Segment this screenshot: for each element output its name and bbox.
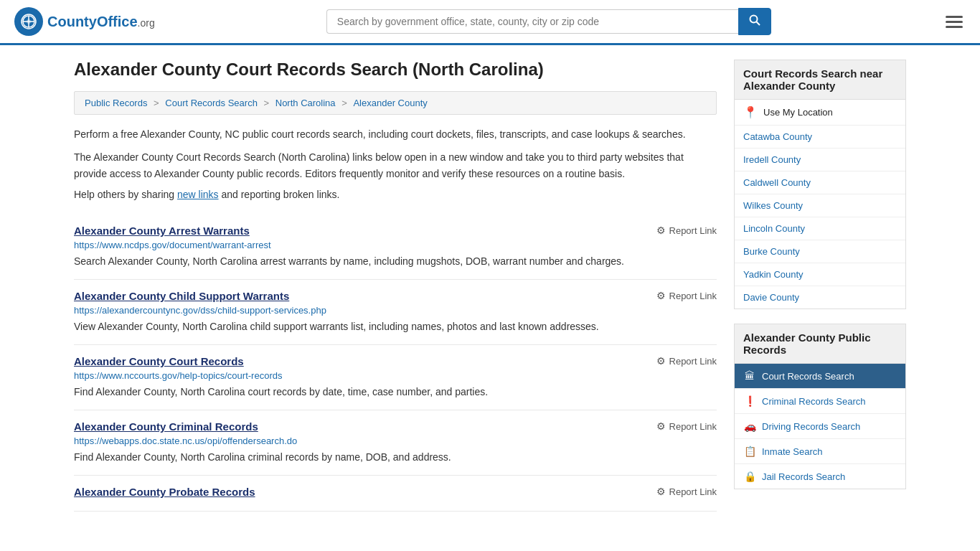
public-record-link[interactable]: 🔒 Jail Records Search [735, 464, 905, 489]
report-label: Report Link [669, 356, 717, 367]
public-records-heading: Alexander County Public Records [734, 324, 906, 364]
intro-paragraph-1: Perform a free Alexander County, NC publ… [74, 126, 717, 142]
public-record-item[interactable]: 📋 Inmate Search [735, 439, 905, 464]
report-link[interactable]: ⚙ Report Link [656, 420, 717, 432]
result-description: View Alexander County, North Carolina ch… [74, 319, 717, 334]
report-icon: ⚙ [656, 355, 666, 367]
share-text: Help others by sharing new links and rep… [74, 189, 717, 200]
nearby-county-link[interactable]: Caldwell County [735, 171, 905, 194]
menu-button[interactable] [943, 13, 966, 31]
report-label: Report Link [669, 291, 717, 301]
result-title[interactable]: Alexander County Child Support Warrants [74, 290, 289, 302]
logo-text: CountyOffice.org [47, 14, 155, 30]
record-icon: 🏛 [743, 370, 756, 382]
breadcrumb-north-carolina[interactable]: North Carolina [275, 98, 336, 108]
report-label: Report Link [669, 225, 717, 236]
nearby-county-item[interactable]: Burke County [735, 240, 905, 263]
nearby-county-link[interactable]: Catawba County [735, 126, 905, 148]
public-record-link[interactable]: 🚗 Driving Records Search [735, 414, 905, 438]
main-container: Alexander County Court Records Search (N… [60, 45, 920, 526]
svg-point-2 [750, 16, 757, 23]
result-item: Alexander County Child Support Warrants … [74, 280, 717, 345]
result-title[interactable]: Alexander County Probate Records [74, 486, 255, 498]
nearby-county-link[interactable]: Lincoln County [735, 217, 905, 240]
result-description: Find Alexander County, North Carolina co… [74, 385, 717, 400]
nearby-heading: Court Records Search near Alexander Coun… [734, 60, 906, 100]
result-title[interactable]: Alexander County Court Records [74, 355, 244, 367]
public-record-item[interactable]: 🔒 Jail Records Search [735, 464, 905, 489]
result-item: Alexander County Probate Records ⚙ Repor… [74, 476, 717, 512]
result-description: Find Alexander County, North Carolina cr… [74, 450, 717, 465]
page-title: Alexander County Court Records Search (N… [74, 60, 717, 80]
public-records-section: Alexander County Public Records 🏛 Court … [734, 324, 906, 489]
report-link[interactable]: ⚙ Report Link [656, 486, 717, 497]
nearby-county-item[interactable]: Catawba County [735, 126, 905, 149]
public-record-link[interactable]: ❗ Criminal Records Search [735, 389, 905, 413]
use-location-item[interactable]: 📍 Use My Location [735, 100, 905, 126]
use-location-label: Use My Location [763, 107, 833, 118]
record-label: Criminal Records Search [762, 396, 866, 407]
public-record-link[interactable]: 📋 Inmate Search [735, 439, 905, 463]
search-input[interactable] [326, 9, 738, 34]
logo-icon [14, 7, 43, 36]
result-url[interactable]: https://webapps.doc.state.nc.us/opi/offe… [74, 435, 717, 446]
svg-point-1 [27, 19, 31, 24]
content-area: Alexander County Court Records Search (N… [74, 60, 717, 512]
nearby-county-link[interactable]: Yadkin County [735, 263, 905, 286]
breadcrumb: Public Records > Court Records Search > … [74, 91, 717, 115]
search-button[interactable] [738, 8, 771, 35]
result-item: Alexander County Arrest Warrants ⚙ Repor… [74, 215, 717, 280]
result-url[interactable]: https://www.ncdps.gov/document/warrant-a… [74, 240, 717, 250]
result-url[interactable]: https://alexandercountync.gov/dss/child-… [74, 305, 717, 316]
record-icon: 🚗 [743, 420, 756, 432]
record-icon: 🔒 [743, 471, 756, 482]
nearby-county-item[interactable]: Wilkes County [735, 194, 905, 217]
new-links-link[interactable]: new links [177, 189, 219, 200]
breadcrumb-public-records[interactable]: Public Records [85, 98, 147, 108]
use-location-link[interactable]: 📍 Use My Location [735, 100, 905, 125]
nearby-county-link[interactable]: Burke County [735, 240, 905, 263]
nearby-county-item[interactable]: Davie County [735, 286, 905, 309]
record-icon: 📋 [743, 446, 756, 457]
nearby-county-item[interactable]: Lincoln County [735, 217, 905, 240]
site-header: CountyOffice.org [0, 0, 980, 45]
public-record-link[interactable]: 🏛 Court Records Search [735, 364, 905, 388]
result-title[interactable]: Alexander County Arrest Warrants [74, 225, 250, 237]
result-item: Alexander County Criminal Records ⚙ Repo… [74, 410, 717, 476]
location-icon: 📍 [743, 105, 758, 119]
nearby-county-link[interactable]: Wilkes County [735, 194, 905, 217]
nearby-county-link[interactable]: Iredell County [735, 149, 905, 171]
result-description: Search Alexander County, North Carolina … [74, 254, 717, 269]
nearby-county-link[interactable]: Davie County [735, 286, 905, 309]
sidebar: Court Records Search near Alexander Coun… [734, 60, 906, 512]
report-icon: ⚙ [656, 420, 666, 432]
svg-line-3 [756, 22, 760, 26]
public-records-list: 🏛 Court Records Search ❗ Criminal Record… [734, 364, 906, 489]
report-icon: ⚙ [656, 290, 666, 301]
public-record-item[interactable]: 🚗 Driving Records Search [735, 414, 905, 439]
search-bar [326, 8, 771, 35]
breadcrumb-court-records-search[interactable]: Court Records Search [165, 98, 258, 108]
report-icon: ⚙ [656, 486, 666, 497]
breadcrumb-alexander-county[interactable]: Alexander County [353, 98, 427, 108]
report-link[interactable]: ⚙ Report Link [656, 225, 717, 236]
record-icon: ❗ [743, 395, 756, 407]
nearby-county-item[interactable]: Iredell County [735, 149, 905, 171]
result-url[interactable]: https://www.nccourts.gov/help-topics/cou… [74, 370, 717, 381]
report-link[interactable]: ⚙ Report Link [656, 290, 717, 301]
report-link[interactable]: ⚙ Report Link [656, 355, 717, 367]
result-title[interactable]: Alexander County Criminal Records [74, 420, 258, 433]
result-item: Alexander County Court Records ⚙ Report … [74, 345, 717, 410]
nearby-county-item[interactable]: Yadkin County [735, 263, 905, 286]
report-icon: ⚙ [656, 225, 666, 236]
public-record-item[interactable]: 🏛 Court Records Search [735, 364, 905, 389]
record-label: Court Records Search [762, 371, 854, 382]
logo[interactable]: CountyOffice.org [14, 7, 155, 36]
report-label: Report Link [669, 421, 717, 432]
report-label: Report Link [669, 486, 717, 497]
record-label: Inmate Search [762, 446, 823, 457]
public-record-item[interactable]: ❗ Criminal Records Search [735, 389, 905, 414]
intro-paragraph-2: The Alexander County Court Records Searc… [74, 149, 717, 182]
nearby-county-item[interactable]: Caldwell County [735, 171, 905, 194]
results-list: Alexander County Arrest Warrants ⚙ Repor… [74, 215, 717, 512]
